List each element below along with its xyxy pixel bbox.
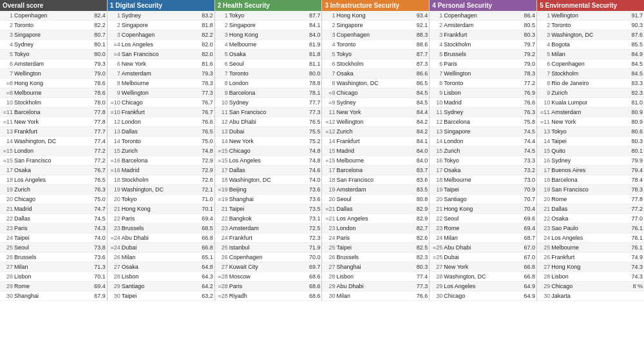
score-cell: 81.6 <box>195 61 213 67</box>
rank-cell: 30 <box>538 293 551 299</box>
section-header-health: 2 Health Security <box>215 0 322 11</box>
table-row: 17Buenos Aires79.4 <box>537 166 644 175</box>
section-header-environmental: 5 Environmental Security <box>537 0 644 11</box>
table-row: 22Dallas74.5 <box>0 214 107 224</box>
table-row: 24Paris82.6 <box>322 233 429 243</box>
city-cell: Los Angeles <box>122 41 195 48</box>
score-cell: 75.0 <box>195 138 213 144</box>
city-cell: Frankfurt <box>229 235 303 241</box>
table-row: 7Amsterdam79.3 <box>108 69 214 79</box>
city-cell: New York <box>14 119 88 125</box>
table-row: 27Hong Kong74.3 <box>537 262 644 272</box>
table-row: 2Amsterdam80.5 <box>430 21 536 30</box>
city-cell: Osaka <box>14 167 88 173</box>
city-cell: New York <box>336 109 410 115</box>
table-row: =4San Francisco82.0 <box>108 50 214 59</box>
score-cell: 83.5 <box>410 186 428 193</box>
table-row: 26Milan65.1 <box>108 253 214 262</box>
score-cell: 72.1 <box>195 186 213 193</box>
table-row: 19San Francisco78.3 <box>537 185 644 195</box>
table-row: 3Copenhagen88.3 <box>322 30 429 40</box>
city-cell: Dubai <box>122 244 195 251</box>
rank-cell: 29 <box>1 283 14 289</box>
rank-cell: 11 <box>431 109 444 115</box>
rank-cell: =28 <box>216 273 229 280</box>
city-cell: Stockholm <box>14 99 88 106</box>
city-cell: Melbourne <box>122 80 195 86</box>
city-cell: San Francisco <box>551 186 625 193</box>
table-row: =12Wellington84.2 <box>322 117 429 127</box>
table-row: 9Lisbon76.9 <box>430 88 536 98</box>
city-cell: Amsterdam <box>336 186 410 193</box>
table-row: 19Washington, DC72.1 <box>108 185 214 195</box>
score-cell: 77.2 <box>625 206 643 212</box>
rank-cell: 24 <box>323 235 336 241</box>
score-cell: 77.8 <box>88 119 106 125</box>
rank-cell: 8 <box>538 80 551 86</box>
rank-cell: =28 <box>216 293 229 299</box>
rank-cell: 23 <box>216 225 229 231</box>
city-cell: Brussels <box>336 254 410 260</box>
rank-cell: 4 <box>323 41 336 48</box>
city-cell: Melbourne <box>551 244 625 251</box>
section-header-digital: 1 Digital Security <box>108 0 214 11</box>
score-cell: 82.2 <box>195 32 213 38</box>
table-row: 28Lisbon77.4 <box>322 272 429 282</box>
table-row: =4Los Angeles82.0 <box>108 40 214 50</box>
rank-cell: 7 <box>323 70 336 77</box>
score-cell: 81.0 <box>625 99 643 106</box>
city-cell: Wellington <box>14 70 88 77</box>
city-cell: Barcelona <box>14 109 88 115</box>
score-cell: 74.5 <box>517 128 535 135</box>
score-cell: 76.7 <box>195 109 213 115</box>
score-cell: 68.6 <box>302 293 320 299</box>
table-row: 29Rome69.4 <box>0 282 107 291</box>
city-cell: Madrid <box>336 148 410 154</box>
rank-cell: 17 <box>1 167 14 173</box>
table-row: 18Stockholm72.6 <box>108 175 214 185</box>
table-row: 20Tokyo71.0 <box>108 195 214 204</box>
city-cell: Barcelona <box>122 157 195 164</box>
city-cell: Milan <box>336 293 410 299</box>
score-cell: 82.7 <box>410 225 428 231</box>
city-cell: Lisbon <box>551 273 625 280</box>
rank-cell: 1 <box>109 12 122 19</box>
table-row: 4Stockholm79.7 <box>430 40 536 50</box>
city-cell: Barcelona <box>444 119 517 125</box>
table-row: 12Barcelona75.8 <box>430 117 536 127</box>
city-cell: Frankfurt <box>336 138 410 144</box>
city-cell: Paris <box>14 225 88 231</box>
rank-cell: 29 <box>431 283 444 289</box>
table-row: =15London77.2 <box>0 146 107 156</box>
table-row: 18Los Angeles76.5 <box>0 175 107 185</box>
rank-cell: =4 <box>109 41 122 48</box>
city-cell: Rome <box>14 283 88 289</box>
city-cell: Quito <box>551 148 625 154</box>
table-row: 5Milan84.9 <box>537 50 644 59</box>
table-row: 6Paris79.0 <box>430 59 536 69</box>
city-cell: Sydney <box>14 41 88 48</box>
score-cell: 84.0 <box>410 148 428 154</box>
rank-cell: =15 <box>1 148 14 154</box>
main-table: Overall score1Copenhagen82.42Toronto82.2… <box>0 0 644 301</box>
table-row: 14Washington, DC77.4 <box>0 137 107 146</box>
city-cell: Los Angeles <box>551 235 625 241</box>
table-row: 3Copenhagen82.2 <box>108 30 214 40</box>
rank-cell: 15 <box>109 148 122 154</box>
score-cell: 82.6 <box>410 235 428 241</box>
rank-cell: 30 <box>1 293 14 299</box>
city-cell: Singapore <box>336 22 410 28</box>
table-row: 2Singapore81.8 <box>108 21 214 30</box>
table-row: 20Seoul80.8 <box>322 195 429 204</box>
rank-cell: 2 <box>109 22 122 28</box>
city-cell: London <box>122 119 195 125</box>
score-cell: 74.8 <box>195 148 213 154</box>
rank-cell: =21 <box>323 206 336 212</box>
score-cell: 84.2 <box>410 128 428 135</box>
rank-cell: =9 <box>323 99 336 106</box>
score-cell: 69.4 <box>195 215 213 222</box>
city-cell: Amsterdam <box>551 109 625 115</box>
score-cell: 84.4 <box>410 109 428 115</box>
score-cell: It % <box>625 283 643 289</box>
city-cell: Kuala Lumpur <box>551 99 625 106</box>
